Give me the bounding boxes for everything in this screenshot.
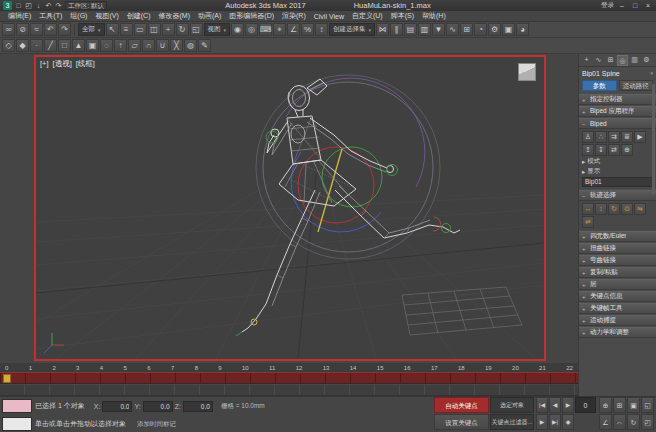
sign-in-button[interactable]: 登录	[601, 1, 614, 10]
swift-loop-icon[interactable]: ◍	[184, 39, 197, 52]
save-file-button[interactable]: ↧	[595, 144, 607, 156]
layer-explorer-icon[interactable]: ▥	[418, 23, 431, 36]
snaps-toggle-icon[interactable]: ⌖	[273, 23, 286, 36]
convert-button[interactable]: ⇄	[608, 144, 620, 156]
window-crossing-toggle-icon[interactable]: ◫	[148, 23, 161, 36]
add-time-tag[interactable]: 添加时间标记	[137, 420, 176, 429]
rollout-header[interactable]: + 复制/粘贴	[579, 267, 656, 278]
figure-mode-button[interactable]: ♙	[582, 131, 594, 143]
load-file-button[interactable]: ↥	[582, 144, 594, 156]
time-slider-handle[interactable]	[3, 374, 11, 383]
selection-filter-dropdown[interactable]: 全部 ▾	[78, 23, 105, 36]
zoom-icon[interactable]: ⊕	[599, 397, 612, 413]
field-of-view-icon[interactable]: ∠	[599, 414, 612, 430]
named-selection-sets-dropdown[interactable]: 创建选择集 ▾	[329, 23, 375, 36]
select-by-name-icon[interactable]: ≡	[120, 23, 133, 36]
close-button[interactable]: ×	[643, 2, 653, 9]
cut-icon[interactable]: ╳	[170, 39, 183, 52]
body-rotation-button[interactable]: ↻	[608, 203, 620, 215]
key-filters-button[interactable]: 关键点过滤器...	[490, 414, 534, 430]
pan-view-icon[interactable]: ⇔	[613, 414, 626, 430]
footstep-mode-button[interactable]: ∴	[595, 131, 607, 143]
character-wireframe[interactable]	[236, 79, 460, 336]
select-and-rotate-icon[interactable]: ↻	[176, 23, 189, 36]
go-to-start-button[interactable]: |◀	[536, 397, 548, 413]
x-coordinate-field[interactable]	[102, 401, 132, 412]
viewport-3d-scene[interactable]	[36, 57, 544, 359]
select-and-move-icon[interactable]: +	[162, 23, 175, 36]
menu-item[interactable]: 工具(T)	[35, 11, 66, 21]
select-and-manipulate-icon[interactable]: ◎	[245, 23, 258, 36]
opposite-button[interactable]: ⇌	[582, 216, 594, 228]
previous-frame-button[interactable]: ◀	[549, 397, 561, 413]
vertex-mode-icon[interactable]: ·	[30, 39, 43, 52]
redo-icon[interactable]: ↷	[58, 23, 71, 36]
use-pivot-point-center-icon[interactable]: ◉	[231, 23, 244, 36]
display-tab[interactable]: ▥	[629, 55, 640, 66]
undo-icon[interactable]: ↶	[44, 1, 53, 10]
hierarchy-tab[interactable]: ⊞	[605, 55, 616, 66]
move-all-mode-button[interactable]: ⊕	[621, 144, 633, 156]
rendered-frame-window-icon[interactable]: ▣	[502, 23, 515, 36]
curve-editor-icon[interactable]: ∿	[446, 23, 459, 36]
go-to-end-button[interactable]: ▶|	[549, 414, 561, 430]
z-coordinate-field[interactable]	[183, 401, 213, 412]
biped-playback-button[interactable]: ▶	[634, 131, 646, 143]
bevel-icon[interactable]: ▱	[128, 39, 141, 52]
element-mode-icon[interactable]: ▣	[86, 39, 99, 52]
menu-item[interactable]: 创建(C)	[123, 11, 155, 21]
mixer-mode-button[interactable]: ≣	[621, 131, 633, 143]
viewport-view-label[interactable]: [透视]	[53, 59, 72, 69]
save-file-icon[interactable]: ↓	[34, 1, 43, 10]
minimize-button[interactable]: –	[617, 2, 627, 9]
parameters-mode-button[interactable]: 参数	[582, 80, 617, 91]
rectangular-selection-region-icon[interactable]: ▭	[134, 23, 147, 36]
maximize-viewport-toggle-icon[interactable]: ◰	[641, 414, 654, 430]
motion-paths-mode-button[interactable]: 运动路径	[619, 80, 654, 91]
select-and-scale-icon[interactable]: ◱	[190, 23, 203, 36]
selected-filter-dropdown[interactable]: 选定对象	[490, 397, 534, 413]
unlink-selection-icon[interactable]: ⊘	[16, 23, 29, 36]
rollout-assign-controller[interactable]: + 指定控制器	[579, 94, 656, 105]
edit-poly-icon[interactable]: ◆	[16, 39, 29, 52]
panel-scrollbar[interactable]	[652, 84, 655, 194]
viewport-shading-label[interactable]: [线框]	[76, 59, 95, 69]
menu-item[interactable]: 帮助(H)	[418, 11, 450, 21]
rollout-header[interactable]: + 弯曲链接	[579, 255, 656, 266]
select-object-icon[interactable]: ↖	[106, 23, 119, 36]
weld-icon[interactable]: ∪	[156, 39, 169, 52]
bridge-icon[interactable]: ∩	[142, 39, 155, 52]
menu-item[interactable]: Civil View	[310, 13, 348, 20]
rollout-header[interactable]: + 动力学和调整	[579, 327, 656, 338]
reference-coordinate-dropdown[interactable]: 视图 ▾	[204, 23, 231, 36]
open-file-icon[interactable]: ◰	[24, 1, 33, 10]
chevron-down-icon[interactable]: ▾	[650, 70, 653, 76]
render-setup-icon[interactable]: ⚙	[488, 23, 501, 36]
redo-icon[interactable]: ↷	[54, 1, 63, 10]
edge-mode-icon[interactable]: ╱	[44, 39, 57, 52]
rollout-header[interactable]: + 扭曲链接	[579, 243, 656, 254]
track-bar[interactable]	[0, 385, 578, 396]
biped-modes-group[interactable]: ▸ 模式	[582, 157, 653, 166]
current-frame-field[interactable]	[575, 397, 596, 413]
rollout-track-selection[interactable]: − 轨迹选择	[579, 190, 656, 201]
maxscript-mini-listener-input[interactable]	[2, 399, 32, 413]
rollout-header[interactable]: + 层	[579, 279, 656, 290]
menu-item[interactable]: 渲染(R)	[278, 11, 310, 21]
viewport-menu-plus[interactable]: [+]	[40, 59, 49, 69]
border-mode-icon[interactable]: □	[58, 39, 71, 52]
menu-item[interactable]: 自定义(U)	[348, 11, 387, 21]
menu-item[interactable]: 图形编辑器(D)	[225, 11, 278, 21]
material-editor-icon[interactable]: ◔	[474, 23, 487, 36]
create-tab[interactable]: +	[581, 55, 592, 66]
menu-item[interactable]: 动画(A)	[194, 11, 225, 21]
zoom-all-icon[interactable]: ⊞	[613, 397, 626, 413]
set-key-button[interactable]: 设置关键点	[434, 414, 489, 430]
angle-snap-icon[interactable]: ∠	[287, 23, 300, 36]
menu-item[interactable]: 视图(V)	[91, 11, 122, 21]
modify-tab[interactable]: ∿	[593, 55, 604, 66]
menu-item[interactable]: 编辑(E)	[4, 11, 35, 21]
align-icon[interactable]: ∥	[390, 23, 403, 36]
spinner-snap-icon[interactable]: ↕	[315, 23, 328, 36]
rollout-header[interactable]: + 关键点信息	[579, 291, 656, 302]
